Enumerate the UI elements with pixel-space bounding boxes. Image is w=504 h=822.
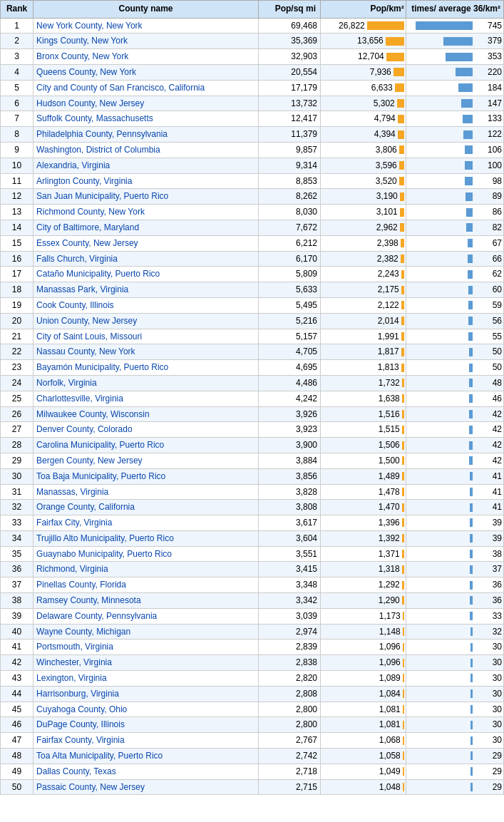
county-link[interactable]: Manassas, Virginia <box>36 487 108 497</box>
name-cell[interactable]: Carolina Municipality, Puerto Rico <box>34 438 259 453</box>
name-cell[interactable]: Dallas County, Texas <box>34 764 259 779</box>
name-cell[interactable]: Denver County, Colorado <box>34 422 259 438</box>
name-cell[interactable]: Toa Alta Municipality, Puerto Rico <box>34 749 259 764</box>
name-cell[interactable]: Norfolk, Virginia <box>34 375 259 391</box>
name-cell[interactable]: Washington, District of Columbia <box>34 142 259 158</box>
name-cell[interactable]: Harrisonburg, Virginia <box>34 686 259 702</box>
county-link[interactable]: Passaic County, New Jersey <box>36 782 145 792</box>
county-link[interactable]: Dallas County, Texas <box>36 766 116 776</box>
name-cell[interactable]: Trujillo Alto Municipality, Puerto Rico <box>34 530 259 546</box>
county-link[interactable]: Essex County, New Jersey <box>36 238 138 248</box>
name-cell[interactable]: Falls Church, Virginia <box>34 251 259 267</box>
name-cell[interactable]: Orange County, California <box>34 500 259 515</box>
name-cell[interactable]: City of Saint Louis, Missouri <box>34 329 259 344</box>
name-cell[interactable]: Bronx County, New York <box>34 49 259 65</box>
name-cell[interactable]: Cuyahoga County, Ohio <box>34 702 259 717</box>
name-cell[interactable]: Fairfax County, Virginia <box>34 733 259 749</box>
name-cell[interactable]: Cataño Municipality, Puerto Rico <box>34 267 259 282</box>
county-link[interactable]: City of Saint Louis, Missouri <box>36 332 142 341</box>
county-link[interactable]: Denver County, Colorado <box>36 424 133 434</box>
county-link[interactable]: Wayne County, Michigan <box>36 627 130 637</box>
name-cell[interactable]: Hudson County, New Jersey <box>34 96 259 111</box>
county-link[interactable]: Harrisonburg, Virginia <box>36 689 119 699</box>
county-link[interactable]: Suffolk County, Massachusetts <box>36 113 153 123</box>
county-link[interactable]: Lexington, Virginia <box>36 673 107 683</box>
name-cell[interactable]: Essex County, New Jersey <box>34 235 259 251</box>
name-cell[interactable]: Guaynabo Municipality, Puerto Rico <box>34 546 259 562</box>
name-cell[interactable]: Cook County, Illinois <box>34 297 259 313</box>
county-link[interactable]: Toa Baja Municipality, Puerto Rico <box>36 471 165 481</box>
name-cell[interactable]: Pinellas County, Florida <box>34 577 259 593</box>
name-cell[interactable]: San Juan Municipality, Puerto Rico <box>34 189 259 205</box>
county-link[interactable]: City and County of San Francisco, Califo… <box>36 83 205 93</box>
county-link[interactable]: Portsmouth, Virginia <box>36 642 113 652</box>
name-cell[interactable]: Arlington County, Virginia <box>34 173 259 189</box>
name-cell[interactable]: New York County, New York <box>34 18 259 34</box>
county-link[interactable]: Ramsey County, Minnesota <box>36 595 141 605</box>
name-cell[interactable]: Delaware County, Pennsylvania <box>34 608 259 624</box>
county-link[interactable]: Hudson County, New Jersey <box>36 98 144 108</box>
county-link[interactable]: Trujillo Alto Municipality, Puerto Rico <box>36 533 174 543</box>
name-cell[interactable]: City of Baltimore, Maryland <box>34 220 259 235</box>
county-link[interactable]: Bayamón Municipality, Puerto Rico <box>36 362 168 372</box>
county-link[interactable]: Milwaukee County, Wisconsin <box>36 409 150 419</box>
county-link[interactable]: Pinellas County, Florida <box>36 580 126 590</box>
name-cell[interactable]: Toa Baja Municipality, Puerto Rico <box>34 468 259 484</box>
name-cell[interactable]: Fairfax City, Virginia <box>34 515 259 531</box>
name-cell[interactable]: Milwaukee County, Wisconsin <box>34 406 259 422</box>
county-link[interactable]: Kings County, New York <box>36 36 128 46</box>
name-cell[interactable]: Winchester, Virginia <box>34 655 259 671</box>
name-cell[interactable]: Kings County, New York <box>34 34 259 49</box>
county-link[interactable]: Alexandria, Virginia <box>36 160 110 170</box>
name-cell[interactable]: Richmond County, New York <box>34 205 259 220</box>
county-link[interactable]: Philadelphia County, Pennsylvania <box>36 129 168 139</box>
name-cell[interactable]: Philadelphia County, Pennsylvania <box>34 127 259 143</box>
county-link[interactable]: New York County, New York <box>36 21 143 31</box>
county-link[interactable]: Arlington County, Virginia <box>36 176 132 186</box>
county-link[interactable]: City of Baltimore, Maryland <box>36 222 139 232</box>
county-link[interactable]: Cook County, Illinois <box>36 300 114 310</box>
county-link[interactable]: Richmond, Virginia <box>36 564 108 574</box>
name-cell[interactable]: DuPage County, Illinois <box>34 717 259 733</box>
name-cell[interactable]: Lexington, Virginia <box>34 671 259 687</box>
name-cell[interactable]: Manassas, Virginia <box>34 484 259 500</box>
county-link[interactable]: Washington, District of Columbia <box>36 145 160 155</box>
county-link[interactable]: Falls Church, Virginia <box>36 254 118 264</box>
county-link[interactable]: Fairfax County, Virginia <box>36 735 125 745</box>
county-link[interactable]: Cuyahoga County, Ohio <box>36 704 127 714</box>
county-link[interactable]: Fairfax City, Virginia <box>36 518 112 528</box>
county-link[interactable]: Manassas Park, Virginia <box>36 284 128 294</box>
county-link[interactable]: Bergen County, New Jersey <box>36 456 143 466</box>
county-link[interactable]: Cataño Municipality, Puerto Rico <box>36 269 160 279</box>
county-link[interactable]: Nassau County, New York <box>36 346 135 356</box>
name-cell[interactable]: Alexandria, Virginia <box>34 158 259 173</box>
name-cell[interactable]: Charlottesville, Virginia <box>34 391 259 406</box>
name-cell[interactable]: Wayne County, Michigan <box>34 624 259 639</box>
county-link[interactable]: Charlottesville, Virginia <box>36 394 123 404</box>
county-link[interactable]: Carolina Municipality, Puerto Rico <box>36 440 164 450</box>
county-link[interactable]: Queens County, New York <box>36 67 136 77</box>
name-cell[interactable]: Bayamón Municipality, Puerto Rico <box>34 360 259 376</box>
county-link[interactable]: Norfolk, Virginia <box>36 378 96 388</box>
name-cell[interactable]: Union County, New Jersey <box>34 313 259 329</box>
name-cell[interactable]: Portsmouth, Virginia <box>34 639 259 655</box>
county-link[interactable]: Delaware County, Pennsylvania <box>36 611 157 621</box>
county-link[interactable]: Richmond County, New York <box>36 207 145 217</box>
name-cell[interactable]: City and County of San Francisco, Califo… <box>34 80 259 96</box>
name-cell[interactable]: Suffolk County, Massachusetts <box>34 111 259 127</box>
county-link[interactable]: Guaynabo Municipality, Puerto Rico <box>36 549 172 559</box>
name-cell[interactable]: Bergen County, New Jersey <box>34 453 259 468</box>
name-cell[interactable]: Queens County, New York <box>34 64 259 80</box>
county-link[interactable]: Orange County, California <box>36 502 135 512</box>
name-cell[interactable]: Manassas Park, Virginia <box>34 282 259 298</box>
name-cell[interactable]: Ramsey County, Minnesota <box>34 593 259 609</box>
name-cell[interactable]: Richmond, Virginia <box>34 562 259 577</box>
name-cell[interactable]: Passaic County, New Jersey <box>34 779 259 795</box>
name-cell[interactable]: Nassau County, New York <box>34 344 259 360</box>
county-link[interactable]: Bronx County, New York <box>36 51 128 61</box>
county-link[interactable]: DuPage County, Illinois <box>36 719 125 729</box>
county-link[interactable]: Toa Alta Municipality, Puerto Rico <box>36 751 163 761</box>
county-link[interactable]: Union County, New Jersey <box>36 316 137 326</box>
county-link[interactable]: San Juan Municipality, Puerto Rico <box>36 191 168 201</box>
county-link[interactable]: Winchester, Virginia <box>36 657 112 667</box>
